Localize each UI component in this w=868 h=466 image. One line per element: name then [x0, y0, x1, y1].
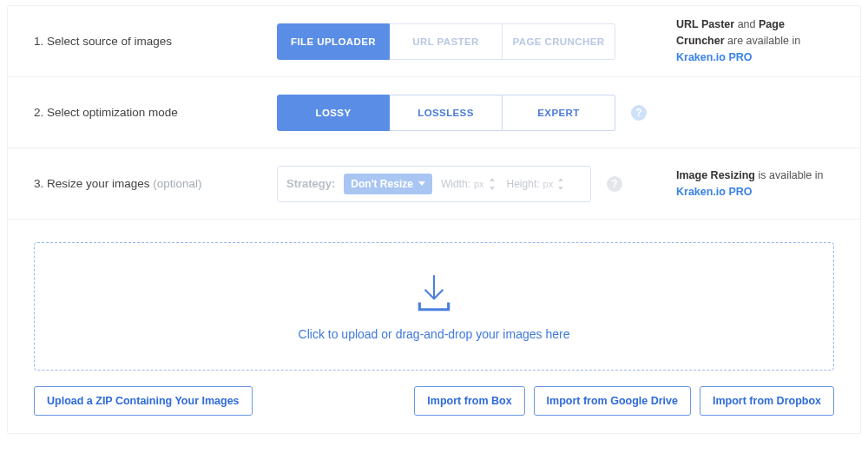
- row-mode: 2. Select optimization mode LOSSY LOSSLE…: [8, 77, 860, 148]
- tab-url-paster[interactable]: URL PASTER: [390, 23, 503, 60]
- resize-box: Strategy: Don't Resize Width: px Height:…: [277, 166, 591, 202]
- width-stepper[interactable]: [488, 177, 498, 191]
- upload-zip-button[interactable]: Upload a ZIP Containing Your Images: [34, 386, 253, 416]
- source-info: URL Paster and Page Cruncher are availab…: [641, 16, 834, 65]
- width-group: Width: px: [441, 177, 498, 191]
- tab-expert[interactable]: EXPERT: [503, 95, 615, 131]
- import-dropbox-button[interactable]: Import from Dropbox: [700, 386, 834, 416]
- import-actions: Upload a ZIP Containing Your Images Impo…: [34, 386, 834, 416]
- tab-lossy[interactable]: LOSSY: [277, 95, 390, 131]
- tab-file-uploader[interactable]: FILE UPLOADER: [277, 23, 390, 60]
- info-image-resizing: Image Resizing: [676, 169, 755, 181]
- pro-link[interactable]: Kraken.io PRO: [676, 51, 753, 63]
- download-icon: [412, 272, 456, 315]
- mode-segmented: LOSSY LOSSLESS EXPERT: [277, 95, 615, 131]
- help-icon[interactable]: ?: [631, 105, 647, 121]
- dropzone-text: Click to upload or drag-and-drop your im…: [299, 327, 570, 341]
- resize-controls: Strategy: Don't Resize Width: px Height:…: [277, 166, 641, 202]
- source-segmented: FILE UPLOADER URL PASTER PAGE CRUNCHER: [277, 23, 615, 60]
- mode-controls: LOSSY LOSSLESS EXPERT ?: [277, 95, 647, 131]
- dropzone[interactable]: Click to upload or drag-and-drop your im…: [34, 242, 834, 371]
- chevron-down-icon: [418, 181, 425, 186]
- info-url-paster: URL Paster: [676, 18, 734, 30]
- source-label: 1. Select source of images: [34, 35, 277, 48]
- strategy-label: Strategy:: [286, 177, 335, 190]
- upload-area: Click to upload or drag-and-drop your im…: [8, 220, 860, 433]
- tab-lossless[interactable]: LOSSLESS: [390, 95, 503, 131]
- pro-link[interactable]: Kraken.io PRO: [676, 186, 753, 198]
- resize-info: Image Resizing is available in Kraken.io…: [641, 167, 834, 200]
- source-controls: FILE UPLOADER URL PASTER PAGE CRUNCHER: [277, 23, 641, 60]
- strategy-select[interactable]: Don't Resize: [344, 174, 432, 194]
- help-icon[interactable]: ?: [607, 176, 622, 192]
- height-stepper[interactable]: [556, 177, 567, 191]
- settings-card: 1. Select source of images FILE UPLOADER…: [7, 5, 861, 434]
- height-group: Height: px: [507, 177, 568, 191]
- row-resize: 3. Resize your images (optional) Strateg…: [8, 148, 860, 220]
- mode-label: 2. Select optimization mode: [34, 106, 277, 119]
- import-gdrive-button[interactable]: Import from Google Drive: [534, 386, 691, 416]
- resize-label: 3. Resize your images (optional): [34, 177, 277, 190]
- import-box-button[interactable]: Import from Box: [414, 386, 524, 416]
- row-source: 1. Select source of images FILE UPLOADER…: [8, 6, 860, 77]
- tab-page-cruncher[interactable]: PAGE CRUNCHER: [503, 23, 615, 60]
